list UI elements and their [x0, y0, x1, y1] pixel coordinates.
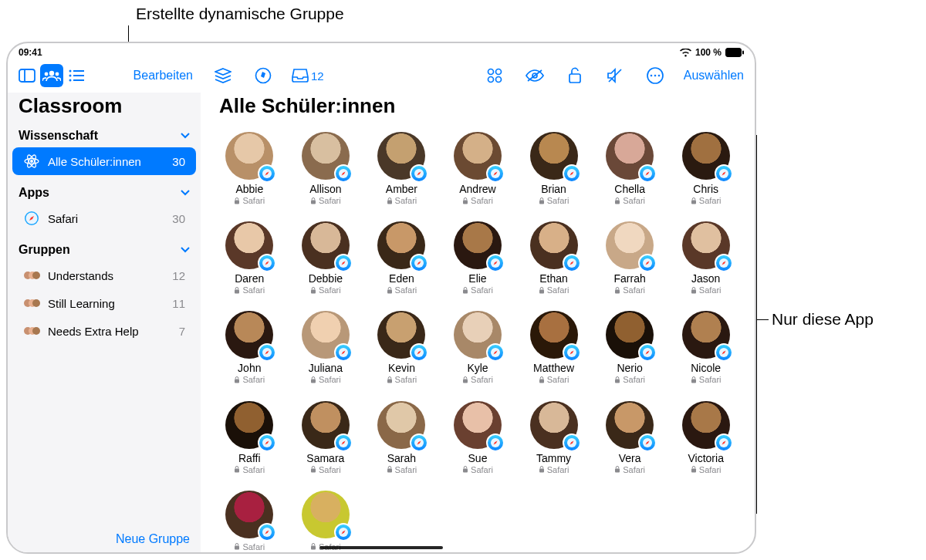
student-card[interactable]: Brian Safari: [519, 132, 589, 206]
student-card[interactable]: Chella Safari: [595, 132, 665, 206]
student-card[interactable]: Matthew Safari: [519, 311, 589, 385]
student-card[interactable]: Daren Safari: [215, 221, 285, 295]
student-card[interactable]: Elie Safari: [443, 221, 513, 295]
group-avatars-icon: [23, 295, 40, 312]
svg-point-26: [30, 160, 33, 163]
student-card[interactable]: Kevin Safari: [367, 311, 437, 385]
student-app-label: Safari: [623, 285, 645, 295]
student-avatar: [606, 132, 654, 180]
student-avatar: [682, 221, 730, 269]
student-card[interactable]: Amber Safari: [367, 132, 437, 206]
student-avatar: [530, 221, 578, 269]
stack-icon[interactable]: [211, 64, 235, 87]
sidebar-item-safari[interactable]: Safari 30: [12, 204, 196, 232]
svg-point-5: [45, 73, 49, 76]
safari-icon: [715, 433, 733, 452]
lock-icon: [691, 197, 697, 204]
lock-icon: [614, 376, 620, 383]
student-name: Nerio: [617, 362, 642, 374]
student-card[interactable]: Abbie Safari: [215, 132, 285, 206]
student-card[interactable]: Victoria Safari: [671, 401, 741, 475]
status-time: 09:41: [19, 47, 42, 58]
hide-icon[interactable]: [523, 64, 546, 87]
svg-rect-100: [311, 546, 316, 550]
student-status: Safari: [539, 375, 569, 384]
select-button[interactable]: Auswählen: [684, 69, 744, 83]
section-groups[interactable]: Gruppen: [8, 238, 201, 261]
student-card[interactable]: Eden Safari: [367, 221, 437, 295]
student-card[interactable]: Kyle Safari: [443, 311, 513, 385]
mute-icon[interactable]: [603, 64, 627, 87]
student-app-label: Safari: [471, 465, 493, 474]
student-card[interactable]: Sue Safari: [443, 401, 513, 475]
svg-point-9: [69, 79, 72, 82]
student-avatar: [225, 311, 273, 359]
student-avatar: [530, 311, 578, 359]
edit-button[interactable]: Bearbeiten: [133, 69, 193, 83]
sidebar-toggle-icon[interactable]: [15, 64, 39, 87]
safari-icon: [23, 210, 40, 227]
student-card[interactable]: Samara Safari: [291, 401, 361, 475]
sidebar-item-group[interactable]: Understands 12: [12, 261, 196, 289]
svg-rect-58: [311, 289, 316, 293]
home-indicator: [319, 546, 443, 549]
sidebar-item-group[interactable]: Still Learning 11: [12, 289, 196, 317]
people-view-icon[interactable]: [40, 64, 63, 87]
more-icon[interactable]: [644, 64, 667, 87]
svg-point-40: [32, 327, 40, 335]
student-app-label: Safari: [471, 196, 493, 205]
list-view-icon[interactable]: [65, 64, 88, 87]
student-card[interactable]: Tammy Safari: [519, 401, 589, 475]
svg-rect-50: [539, 200, 544, 204]
group-avatars-icon: [23, 267, 40, 284]
student-card[interactable]: Safari: [291, 491, 361, 552]
svg-point-37: [32, 299, 40, 307]
student-card[interactable]: Allison Safari: [291, 132, 361, 206]
safari-icon: [715, 254, 733, 272]
student-card[interactable]: Ethan Safari: [519, 221, 589, 295]
svg-rect-74: [387, 379, 392, 383]
sidebar-item-group[interactable]: Needs Extra Help 7: [12, 317, 196, 345]
student-avatar: [682, 401, 730, 449]
section-class[interactable]: Wissenschaft: [8, 124, 201, 147]
student-card[interactable]: Safari: [215, 491, 285, 552]
unlock-icon[interactable]: [563, 64, 586, 87]
student-app-label: Safari: [623, 465, 645, 474]
lock-icon: [387, 197, 393, 204]
student-card[interactable]: Nicole Safari: [671, 311, 741, 385]
safari-icon: [258, 164, 276, 183]
student-app-label: Safari: [699, 465, 722, 474]
student-card[interactable]: Jason Safari: [671, 221, 741, 295]
student-name: Sue: [468, 452, 488, 464]
student-card[interactable]: Debbie Safari: [291, 221, 361, 295]
svg-rect-48: [463, 200, 468, 204]
student-card[interactable]: John Safari: [215, 311, 285, 385]
student-avatar: [454, 132, 502, 180]
student-card[interactable]: Nerio Safari: [595, 311, 665, 385]
student-card[interactable]: Raffi Safari: [215, 401, 285, 475]
sidebar-item-all-students[interactable]: Alle Schüler:innen 30: [12, 147, 196, 175]
student-app-label: Safari: [319, 196, 341, 205]
student-app-label: Safari: [547, 375, 569, 384]
new-group-button[interactable]: Neue Gruppe: [116, 532, 190, 546]
student-name: Daren: [235, 272, 264, 285]
student-card[interactable]: Sarah Safari: [367, 401, 437, 475]
sidebar-item-label: Still Learning: [48, 297, 115, 310]
student-status: Safari: [691, 196, 722, 205]
student-card[interactable]: Vera Safari: [595, 401, 665, 475]
student-card[interactable]: Juliana Safari: [291, 311, 361, 385]
section-apps[interactable]: Apps: [8, 181, 201, 204]
student-status: Safari: [539, 465, 569, 474]
apps-grid-icon[interactable]: [483, 64, 506, 87]
student-card[interactable]: Chris Safari: [671, 132, 741, 206]
inbox-icon[interactable]: 12: [292, 64, 324, 87]
student-avatar: [454, 401, 502, 449]
student-name: Eden: [389, 272, 414, 285]
student-card[interactable]: Farrah Safari: [595, 221, 665, 295]
compass-icon[interactable]: [252, 64, 275, 87]
student-card[interactable]: Andrew Safari: [443, 132, 513, 206]
student-avatar: [225, 221, 273, 269]
svg-rect-44: [311, 200, 316, 204]
svg-point-25: [657, 75, 660, 77]
student-name: Elie: [468, 272, 486, 285]
